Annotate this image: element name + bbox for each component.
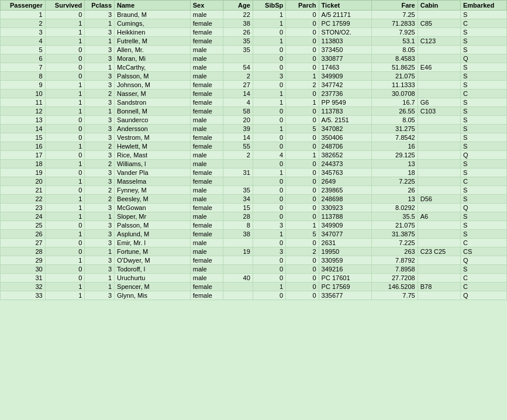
table-cell: 0: [45, 133, 85, 142]
table-cell: 3: [253, 72, 285, 81]
table-cell: 239865: [319, 186, 371, 195]
table-cell: 347082: [319, 125, 371, 133]
table-cell: C: [461, 283, 507, 291]
table-cell: 347742: [319, 81, 371, 89]
table-cell: 15: [223, 204, 253, 212]
table-cell: 21.075: [371, 72, 418, 81]
table-cell: 1: [85, 37, 115, 46]
table-cell: [418, 256, 460, 265]
table-cell: 30: [1, 265, 46, 274]
table-cell: S: [461, 125, 507, 133]
table-cell: 0: [45, 151, 85, 160]
table-cell: 248698: [319, 195, 371, 204]
table-cell: 22: [223, 11, 253, 19]
table-cell: 7: [1, 63, 46, 72]
table-cell: 3: [85, 239, 115, 247]
table-cell: 0: [45, 63, 85, 72]
table-cell: 1: [45, 212, 85, 221]
table-cell: C23 C25: [418, 247, 460, 256]
table-cell: C: [461, 177, 507, 186]
table-cell: 0: [286, 265, 319, 274]
table-cell: 0: [253, 204, 285, 212]
table-cell: Saunderco: [115, 116, 191, 125]
table-cell: 8.05: [371, 116, 418, 125]
table-cell: 1: [85, 212, 115, 221]
table-cell: 2: [85, 186, 115, 195]
table-cell: 0: [253, 265, 285, 274]
table-cell: [418, 11, 460, 19]
table-cell: S: [461, 81, 507, 89]
table-row: 2102Fynney, Mmale350023986526S: [1, 186, 507, 195]
table-row: 1703Rice, Mastmale24138265229.125Q: [1, 151, 507, 160]
table-cell: male: [190, 151, 223, 160]
table-cell: 1: [85, 63, 115, 72]
table-cell: 0: [286, 186, 319, 195]
table-row: 211Cumings,female3810PC 1759971.2833C85C: [1, 19, 507, 28]
table-cell: Futrelle, M: [115, 37, 191, 46]
table-cell: 0: [286, 160, 319, 168]
table-cell: Vestrom, M: [115, 133, 191, 142]
table-cell: 349909: [319, 72, 371, 81]
table-cell: 0: [45, 116, 85, 125]
table-cell: 0: [286, 177, 319, 186]
table-cell: female: [190, 168, 223, 177]
table-cell: male: [190, 186, 223, 195]
table-cell: Cumings,: [115, 19, 191, 28]
table-cell: 28: [223, 212, 253, 221]
table-cell: 55: [223, 142, 253, 151]
table-cell: 0: [286, 28, 319, 37]
table-cell: Sloper, Mr: [115, 212, 191, 221]
table-cell: [223, 54, 253, 63]
table-cell: female: [190, 37, 223, 46]
table-cell: 0: [286, 212, 319, 221]
table-cell: S: [461, 186, 507, 195]
table-cell: 382652: [319, 151, 371, 160]
table-cell: male: [190, 125, 223, 133]
table-cell: 14: [223, 133, 253, 142]
table-row: 1303Saundercomale2000A/5. 21518.05S: [1, 116, 507, 125]
table-cell: 1: [85, 19, 115, 28]
table-cell: 0: [45, 274, 85, 283]
table-cell: 26.55: [371, 107, 418, 116]
table-row: 1503Vestrom, Mfemale14003504067.8542S: [1, 133, 507, 142]
table-cell: 27: [1, 239, 46, 247]
table-cell: 0: [253, 46, 285, 54]
table-cell: 1: [45, 177, 85, 186]
table-cell: E46: [418, 63, 460, 72]
header-sex: Sex: [190, 1, 223, 11]
table-cell: 17463: [319, 63, 371, 72]
table-cell: [418, 265, 460, 274]
table-cell: 40: [223, 274, 253, 283]
table-cell: 0: [286, 274, 319, 283]
table-cell: 0: [253, 63, 285, 72]
table-cell: female: [190, 256, 223, 265]
table-cell: 0: [45, 72, 85, 81]
table-cell: 3: [85, 221, 115, 230]
table-cell: Todoroff, l: [115, 265, 191, 274]
table-cell: 347077: [319, 230, 371, 239]
table-cell: 21: [1, 186, 46, 195]
table-cell: 2: [223, 151, 253, 160]
table-cell: 0: [45, 125, 85, 133]
table-cell: 16: [1, 142, 46, 151]
table-cell: 3: [85, 54, 115, 63]
table-cell: Q: [461, 204, 507, 212]
table-cell: 35: [223, 186, 253, 195]
table-row: 2703Emir, Mr. lmale0026317.225C: [1, 239, 507, 247]
table-cell: male: [190, 11, 223, 19]
table-cell: 31: [1, 274, 46, 283]
table-cell: 0: [286, 116, 319, 125]
table-cell: Uruchurtu: [115, 274, 191, 283]
table-cell: 53.1: [371, 37, 418, 46]
table-cell: female: [190, 283, 223, 291]
table-cell: 0: [286, 46, 319, 54]
table-cell: 35: [223, 37, 253, 46]
table-row: 2613Asplund, Mfemale381534707731.3875S: [1, 230, 507, 239]
header-row: Passenger Survived Pclass Name Sex Age S…: [1, 1, 507, 11]
table-cell: 30.0708: [371, 89, 418, 98]
table-cell: Q: [461, 291, 507, 300]
table-cell: S: [461, 98, 507, 107]
table-cell: 38: [223, 19, 253, 28]
table-cell: 0: [253, 133, 285, 142]
table-cell: 39: [223, 125, 253, 133]
